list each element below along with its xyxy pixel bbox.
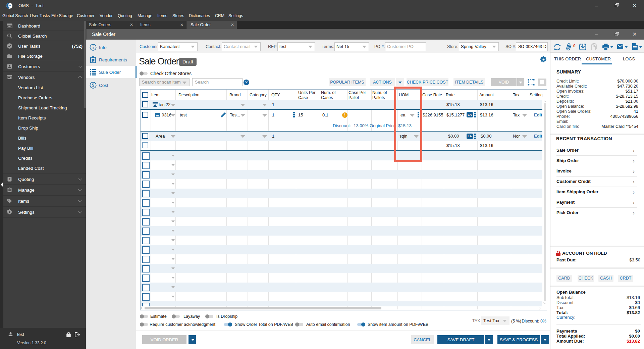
svg-text:?: ? (9, 178, 11, 181)
svg-text:$: $ (92, 83, 94, 88)
